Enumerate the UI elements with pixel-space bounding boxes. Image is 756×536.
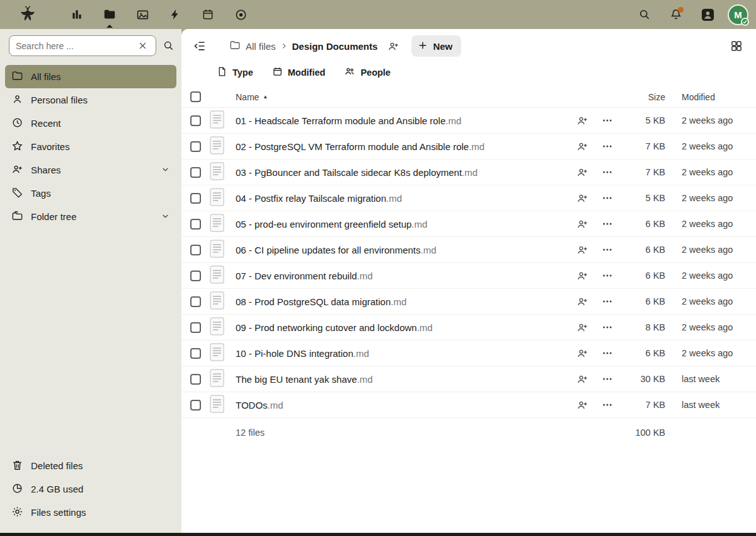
file-actions-ellipsis-icon[interactable] (597, 394, 618, 416)
filter-type-button[interactable]: Type (217, 66, 253, 79)
file-actions-ellipsis-icon[interactable] (597, 213, 618, 235)
file-actions-ellipsis-icon[interactable] (597, 317, 618, 338)
row-checkbox[interactable] (190, 167, 201, 178)
row-checkbox[interactable] (190, 400, 201, 411)
file-actions-ellipsis-icon[interactable] (597, 110, 618, 131)
file-name[interactable]: 10 - Pi-hole DNS integration (236, 348, 353, 359)
sidebar-item-recent[interactable]: Recent (5, 112, 176, 135)
sort-by-modified-button[interactable]: Modified (682, 92, 715, 102)
photos-app-icon[interactable] (130, 1, 155, 28)
sidebar-item-favorites[interactable]: Favorites (5, 135, 176, 158)
file-row[interactable]: 06 - CI pipeline updates for all environ… (181, 237, 756, 263)
calendar-app-icon[interactable] (195, 1, 220, 28)
file-name[interactable]: 03 - PgBouncer and Tailscale sidecar K8s… (236, 167, 462, 178)
file-row[interactable]: The big EU tenant yak shave.md 30 KB las… (181, 366, 756, 392)
sidebar-item-deleted-files[interactable]: Deleted files (5, 454, 176, 477)
file-actions-ellipsis-icon[interactable] (597, 265, 618, 286)
collapse-sidebar-icon[interactable] (190, 37, 209, 55)
notifications-bell-icon[interactable] (665, 2, 687, 27)
file-name[interactable]: 01 - Headscale Terraform module and Ansi… (236, 115, 445, 126)
share-file-icon[interactable] (571, 136, 593, 157)
file-name[interactable]: 09 - Prod networking cutover and lockdow… (236, 322, 417, 333)
file-actions-ellipsis-icon[interactable] (597, 239, 618, 260)
new-button[interactable]: New (411, 35, 461, 57)
share-file-icon[interactable] (571, 394, 593, 416)
file-row[interactable]: 07 - Dev environment rebuild.md 6 KB 2 w… (181, 263, 756, 289)
share-file-icon[interactable] (571, 317, 593, 338)
breadcrumb-current[interactable]: Design Documents (292, 41, 378, 52)
row-checkbox[interactable] (190, 348, 201, 359)
sidebar-item-shares[interactable]: Shares (5, 158, 176, 182)
file-actions-ellipsis-icon[interactable] (597, 136, 618, 157)
row-checkbox[interactable] (190, 115, 201, 126)
sidebar-item-folder-tree[interactable]: Folder tree (5, 205, 176, 228)
file-row[interactable]: 10 - Pi-hole DNS integration.md 6 KB 2 w… (181, 341, 756, 366)
share-file-icon[interactable] (571, 368, 593, 390)
breadcrumb-root[interactable]: All files (229, 40, 276, 53)
row-checkbox[interactable] (190, 271, 201, 281)
sort-by-size-button[interactable]: Size (620, 92, 665, 102)
circles-app-icon[interactable] (228, 1, 253, 28)
file-row[interactable]: 02 - PostgreSQL VM Terraform module and … (181, 134, 756, 160)
file-name[interactable]: 05 - prod-eu environment greenfield setu… (236, 219, 411, 230)
share-file-icon[interactable] (571, 342, 593, 364)
row-checkbox[interactable] (190, 141, 201, 152)
file-actions-ellipsis-icon[interactable] (597, 342, 618, 364)
search-input[interactable] (16, 41, 133, 51)
logo-moth-icon[interactable] (14, 1, 42, 28)
sidebar-item-all-files[interactable]: All files (5, 65, 176, 88)
files-app-icon[interactable] (97, 1, 122, 28)
file-name[interactable]: 06 - CI pipeline updates for all environ… (236, 245, 421, 255)
file-row[interactable]: 04 - Postfix relay Tailscale migration.m… (181, 185, 756, 211)
file-name[interactable]: 02 - PostgreSQL VM Terraform module and … (236, 141, 469, 152)
select-all-checkbox[interactable] (190, 91, 201, 102)
file-row[interactable]: 05 - prod-eu environment greenfield setu… (181, 211, 756, 237)
user-avatar[interactable]: M (728, 4, 748, 25)
file-row[interactable]: 09 - Prod networking cutover and lockdow… (181, 315, 756, 341)
file-actions-ellipsis-icon[interactable] (597, 161, 618, 183)
file-actions-ellipsis-icon[interactable] (597, 368, 618, 390)
row-checkbox[interactable] (190, 245, 201, 255)
share-file-icon[interactable] (571, 265, 593, 286)
row-checkbox[interactable] (190, 374, 201, 385)
file-name[interactable]: TODOs (236, 400, 268, 411)
sort-by-name-button[interactable]: Name ▲ (236, 92, 268, 102)
file-name[interactable]: The big EU tenant yak shave (236, 374, 357, 385)
sidebar-item-quota[interactable]: 2.4 GB used (5, 477, 176, 501)
unified-search-icon[interactable] (633, 2, 656, 27)
dashboard-app-icon[interactable] (64, 1, 89, 28)
file-name[interactable]: 07 - Dev environment rebuild (236, 271, 357, 281)
row-checkbox[interactable] (190, 296, 201, 307)
sidebar-item-tags[interactable]: Tags (5, 182, 176, 205)
filter-modified-button[interactable]: Modified (272, 66, 326, 79)
share-folder-icon[interactable] (384, 37, 403, 55)
file-row[interactable]: 03 - PgBouncer and Tailscale sidecar K8s… (181, 160, 756, 185)
share-file-icon[interactable] (571, 187, 593, 209)
share-file-icon[interactable] (571, 213, 593, 235)
row-checkbox[interactable] (190, 219, 201, 230)
clear-search-icon[interactable] (133, 37, 152, 55)
sidebar-item-files-settings[interactable]: Files settings (5, 501, 176, 524)
chevron-down-icon[interactable] (161, 211, 170, 223)
file-row[interactable]: 01 - Headscale Terraform module and Ansi… (181, 108, 756, 134)
row-checkbox[interactable] (190, 193, 201, 204)
chevron-down-icon[interactable] (161, 165, 170, 176)
file-name[interactable]: 04 - Postfix relay Tailscale migration (236, 193, 386, 204)
activity-app-icon[interactable] (163, 1, 188, 28)
share-file-icon[interactable] (571, 110, 593, 131)
filter-people-button[interactable]: People (344, 66, 391, 79)
file-name[interactable]: 08 - Prod PostgreSQL data migration (236, 296, 391, 307)
row-checkbox[interactable] (190, 322, 201, 333)
file-actions-ellipsis-icon[interactable] (597, 187, 618, 209)
grid-view-toggle-icon[interactable] (727, 37, 746, 55)
share-file-icon[interactable] (571, 239, 593, 260)
search-submit-icon[interactable] (159, 37, 178, 55)
file-row[interactable]: TODOs.md 7 KB last week (181, 392, 756, 418)
sidebar-item-personal-files[interactable]: Personal files (5, 88, 176, 112)
contacts-menu-icon[interactable] (696, 2, 719, 27)
file-row[interactable]: 08 - Prod PostgreSQL data migration.md 6… (181, 289, 756, 315)
share-file-icon[interactable] (571, 291, 593, 312)
file-modified: 2 weeks ago (665, 296, 746, 306)
share-file-icon[interactable] (571, 161, 593, 183)
file-actions-ellipsis-icon[interactable] (597, 291, 618, 312)
